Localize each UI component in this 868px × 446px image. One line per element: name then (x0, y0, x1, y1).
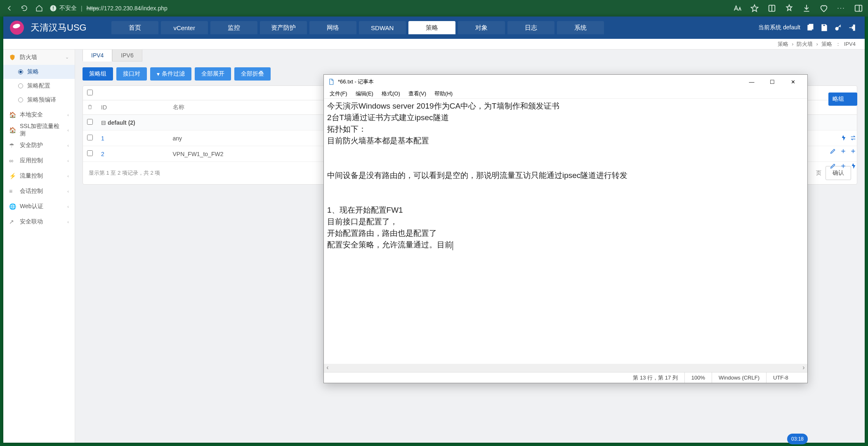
notepad-menu-item[interactable]: 帮助(H) (431, 89, 456, 98)
refresh-icon[interactable] (20, 4, 29, 13)
download-icon[interactable] (802, 4, 811, 13)
save-icon[interactable] (820, 24, 828, 32)
menu-icon: ∞ (9, 157, 16, 164)
sidebar-item-label: 流量控制 (20, 172, 43, 180)
maximize-button[interactable]: ☐ (762, 75, 783, 89)
minimize-button[interactable]: ― (741, 75, 762, 89)
favorites-icon[interactable] (785, 4, 794, 13)
filter-button[interactable]: ▾条件过滤 (150, 67, 191, 81)
chevron-left-icon: ‹ (67, 112, 69, 117)
notepad-textarea[interactable]: 今天演示Windows server 2019作为CA中心，为T墙制作和颁发证书… (324, 99, 807, 364)
row-id-link[interactable]: 2 (101, 151, 104, 157)
row-id-link[interactable]: 1 (101, 135, 104, 142)
crumb-item[interactable]: 策略 (778, 40, 788, 48)
crumb-item[interactable]: 策略 (821, 40, 832, 48)
copy-icon[interactable] (806, 24, 814, 32)
sidebar-sub-precompile[interactable]: 策略预编译 (3, 93, 75, 107)
nav-tab-3[interactable]: 资产防护 (260, 21, 307, 34)
sidebar-item-5[interactable]: ≡会话控制‹ (3, 183, 75, 199)
app-logo-icon (8, 19, 26, 36)
policy-group-button[interactable]: 策略组 (83, 67, 113, 81)
notepad-menu-item[interactable]: 文件(F) (326, 89, 351, 98)
notepad-menu-item[interactable]: 格式(O) (378, 89, 403, 98)
notepad-text-content: 今天演示Windows server 2019作为CA中心，为T墙制作和颁发证书… (327, 102, 627, 249)
interface-pair-button[interactable]: 接口对 (116, 67, 147, 81)
extensions-icon[interactable] (767, 4, 776, 13)
select-all-checkbox[interactable] (87, 90, 93, 95)
edit-icon[interactable] (830, 148, 836, 154)
nav-tab-6[interactable]: 策略 (408, 21, 455, 34)
notepad-menu-item[interactable]: 查看(V) (405, 89, 429, 98)
notepad-menu-item[interactable]: 编辑(E) (352, 89, 377, 98)
nav-tab-5[interactable]: SDWAN (359, 21, 406, 34)
sidebar-item-0[interactable]: 🏠本地安全‹ (3, 107, 75, 122)
menu-icon: 🏠 (9, 127, 16, 133)
url-text: https://172.20.230.84/index.php (87, 5, 167, 12)
sidebar-sub-policy-config[interactable]: 策略配置 (3, 79, 75, 93)
sidebar-item-firewall[interactable]: 防火墙 ⌄ (3, 50, 75, 65)
nav-tab-0[interactable]: 首页 (111, 21, 158, 34)
home-icon[interactable] (35, 4, 44, 13)
pin-icon[interactable] (840, 135, 847, 141)
notepad-titlebar[interactable]: *66.txt - 记事本 ― ☐ ✕ (324, 75, 807, 89)
nav-tab-4[interactable]: 网络 (309, 21, 356, 34)
sidebar-toggle-icon[interactable] (854, 4, 863, 13)
plus-icon[interactable] (840, 163, 847, 169)
nav-tab-9[interactable]: 系统 (557, 21, 604, 34)
menu-icon: 🌐 (9, 203, 16, 210)
tab-ipv6[interactable]: IPV6 (112, 50, 142, 62)
plus-icon[interactable] (850, 148, 856, 154)
star-icon[interactable] (750, 4, 759, 13)
more-icon[interactable]: ··· (837, 4, 846, 13)
crumb-item[interactable]: 防火墙 (797, 40, 813, 48)
sidebar-item-1[interactable]: 🏠SSL加密流量检测‹ (3, 122, 75, 138)
back-icon[interactable] (5, 4, 14, 13)
sidebar-item-3[interactable]: ∞应用控制‹ (3, 153, 75, 168)
horizontal-scrollbar[interactable]: ‹ › (324, 364, 807, 372)
row-checkbox[interactable] (87, 119, 93, 125)
col-id: ID (97, 100, 169, 115)
row-checkbox[interactable] (87, 135, 93, 140)
tab-ipv4[interactable]: IPV4 (83, 50, 112, 62)
main-nav: 首页vCenter监控资产防护网络SDWAN策略对象日志系统 (111, 21, 604, 34)
nav-tab-8[interactable]: 日志 (507, 21, 554, 34)
logout-icon[interactable] (848, 24, 856, 32)
key-icon[interactable] (834, 24, 842, 32)
text-size-icon[interactable] (733, 4, 742, 13)
notepad-title-text: *66.txt - 记事本 (338, 78, 374, 85)
group-label: default (2) (108, 119, 135, 126)
shield-icon (9, 54, 16, 61)
sidebar-item-6[interactable]: 🌐Web认证‹ (3, 199, 75, 214)
collapse-icon[interactable]: ⊟ (101, 119, 106, 126)
nav-tab-2[interactable]: 监控 (210, 21, 257, 34)
breadcrumb: 策略 › 防火墙 › 策略 ： IPV4 (3, 39, 865, 50)
sidebar-sub-policy[interactable]: 策略 (3, 65, 75, 79)
sidebar-item-7[interactable]: ↗安全联动‹ (3, 214, 75, 229)
collections-icon[interactable] (819, 4, 828, 13)
menu-icon: 🏠 (9, 112, 16, 118)
pin-icon[interactable] (850, 163, 856, 169)
plus-icon[interactable] (840, 148, 847, 154)
close-button[interactable]: ✕ (783, 75, 803, 89)
taskbar-clock[interactable]: 03:18 (787, 434, 808, 444)
security-badge[interactable]: 不安全 (50, 5, 77, 12)
current-system-label: 当前系统 default (758, 24, 800, 31)
trash-icon[interactable] (87, 104, 93, 110)
row-checkbox[interactable] (87, 150, 93, 156)
nav-tab-1[interactable]: vCenter (161, 21, 208, 34)
sidebar-sub-label: 策略配置 (27, 82, 50, 90)
sidebar: 防火墙 ⌄ 策略 策略配置 策略预编译 🏠本地安全‹🏠SSL加密流量检测‹☂安全… (3, 50, 75, 443)
collapse-all-button[interactable]: 全部折叠 (234, 67, 271, 81)
expand-all-button[interactable]: 全部展开 (195, 67, 231, 81)
menu-icon: ⚡ (9, 173, 16, 179)
edit-icon[interactable] (830, 163, 836, 169)
sidebar-item-2[interactable]: ☂安全防护‹ (3, 138, 75, 153)
policy-group-button-2[interactable]: 略组 (828, 93, 857, 106)
nav-tab-7[interactable]: 对象 (458, 21, 505, 34)
notepad-statusbar: 第 13 行，第 17 列 100% Windows (CRLF) UTF-8 (324, 372, 807, 383)
radio-on-icon (18, 69, 23, 74)
address-bar[interactable]: 不安全 | https://172.20.230.84/index.php (50, 5, 727, 12)
svg-rect-2 (53, 9, 54, 10)
sidebar-item-4[interactable]: ⚡流量控制‹ (3, 168, 75, 183)
swap-icon[interactable] (850, 135, 856, 141)
